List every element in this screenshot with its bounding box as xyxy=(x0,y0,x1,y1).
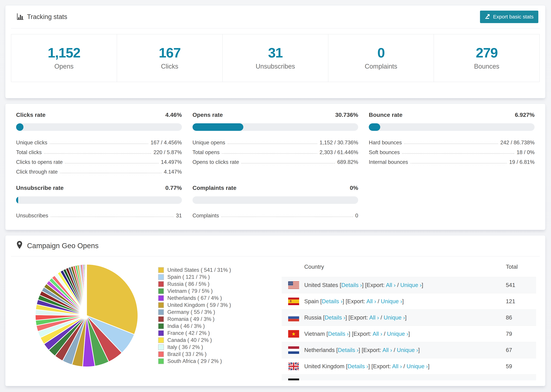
rate-section: Clicks rate 4.46% Unique clicks 167 / 4.… xyxy=(16,112,182,175)
country-cell: United Kingdom [Details ›] [Export: All … xyxy=(304,363,430,370)
details-link[interactable]: Details › xyxy=(341,282,362,288)
export-all-link[interactable]: All › xyxy=(373,331,382,337)
total-cell: 541 xyxy=(506,282,515,288)
total-cell: 86 xyxy=(506,314,512,321)
export-basic-stats-button[interactable]: Export basic stats xyxy=(480,11,538,23)
rate-section: Unsubscribe rate 0.77% Unsubscribes 31 xyxy=(16,185,182,219)
export-all-link[interactable]: All › xyxy=(366,298,376,304)
tracking-stats-title-group: Tracking stats xyxy=(16,13,67,21)
dotted-leader xyxy=(228,143,317,144)
card-title: Tracking stats xyxy=(27,13,67,21)
rate-stat-row: Complaints 0 xyxy=(192,209,358,219)
dotted-leader xyxy=(221,217,353,217)
rate-stat-row: Opens to clicks rate 689.82% xyxy=(192,155,358,165)
rate-progress-bar xyxy=(16,123,182,131)
legend-swatch xyxy=(158,316,164,322)
stat-value: 279 xyxy=(476,46,497,60)
rate-stat-value: 14.497% xyxy=(161,159,182,165)
rate-stat-value: 19 / 6.81% xyxy=(509,159,535,165)
country-cell: United States [Details ›] [Export: All ›… xyxy=(304,282,423,288)
legend-swatch xyxy=(158,309,164,315)
details-link[interactable]: Details › xyxy=(347,363,368,369)
rate-stat-value: 167 / 4.456% xyxy=(151,140,182,146)
stat-value: 0 xyxy=(377,46,385,60)
export-unique-link[interactable]: Unique › xyxy=(407,363,428,369)
rate-stat-label: Soft bounces xyxy=(369,149,400,155)
details-link[interactable]: Details › xyxy=(325,314,345,321)
stat-label: Unsubscribes xyxy=(256,63,295,70)
export-all-link[interactable]: All › xyxy=(382,347,392,353)
stat-label: Opens xyxy=(54,63,74,70)
legend-label: India ( 46 / 3% ) xyxy=(167,323,205,329)
export-all-link[interactable]: All › xyxy=(386,282,396,288)
details-link[interactable]: Details › xyxy=(328,331,349,337)
rate-section: Bounce rate 6.927% Hard bounces 242 / 86… xyxy=(369,112,535,175)
rate-stat-label: Internal bounces xyxy=(369,159,408,165)
geo-header: Campaign Geo Opens xyxy=(11,235,540,257)
dotted-leader xyxy=(402,153,514,154)
legend-swatch xyxy=(158,323,164,329)
legend-label: Vietnam ( 79 / 5% ) xyxy=(167,288,213,294)
export-all-link[interactable]: All › xyxy=(392,363,402,369)
legend-swatch xyxy=(158,351,164,357)
campaign-geo-opens-card: Campaign Geo Opens United States ( 541 /… xyxy=(5,235,545,386)
legend-label: United Kingdom ( 59 / 3% ) xyxy=(167,302,231,308)
rate-stat-value: 2,303 / 61.446% xyxy=(320,149,358,155)
rate-stat-row: Soft bounces 18 / 0% xyxy=(369,146,535,155)
total-cell: 121 xyxy=(506,298,515,305)
legend-item: United States ( 541 / 31% ) xyxy=(158,266,231,273)
legend-item: Germany ( 55 / 3% ) xyxy=(158,308,231,315)
rate-stat-value: 0 xyxy=(355,213,358,219)
stat-label: Clicks xyxy=(161,63,178,70)
legend-item: Canada ( 40 / 2% ) xyxy=(158,336,231,343)
legend-item: Romania ( 49 / 3% ) xyxy=(158,315,231,322)
tracking-stats-header: Tracking stats Export basic stats xyxy=(11,5,540,28)
export-all-link[interactable]: All › xyxy=(369,314,379,321)
legend-label: Russia ( 86 / 5% ) xyxy=(167,281,209,287)
rate-stat-row: Clicks to opens rate 14.497% xyxy=(16,155,182,165)
geo-table-row: Russia [Details ›] [Export: All › / Uniq… xyxy=(282,309,536,326)
geo-pie-chart[interactable] xyxy=(34,263,140,369)
rate-progress-bar xyxy=(192,123,358,131)
rate-progress-fill xyxy=(369,123,380,131)
flag-ru-icon xyxy=(288,314,299,321)
details-link[interactable]: Details › xyxy=(322,298,343,304)
rate-stat-label: Unsubscribes xyxy=(16,213,48,219)
stat-value: 31 xyxy=(268,46,283,60)
export-unique-link[interactable]: Unique › xyxy=(387,331,409,337)
legend-swatch xyxy=(158,288,164,294)
stat-value: 167 xyxy=(159,46,181,60)
rate-stat-row: Hard bounces 242 / 86.738% xyxy=(369,136,535,146)
rate-progress-bar xyxy=(16,196,182,204)
legend-label: Brazil ( 33 / 2% ) xyxy=(167,351,206,357)
rate-stat-value: 31 xyxy=(176,213,182,219)
legend-item: South Africa ( 29 / 2% ) xyxy=(158,358,231,365)
legend-swatch xyxy=(158,295,164,301)
bar-chart-icon xyxy=(16,13,24,21)
legend-swatch xyxy=(158,267,164,273)
rate-value: 4.46% xyxy=(165,112,182,118)
stat-box: 31 Unsubscribes xyxy=(222,34,328,82)
legend-label: Spain ( 121 / 7% ) xyxy=(167,274,210,280)
rate-stat-row: Total clicks 220 / 5.87% xyxy=(16,146,182,155)
rate-progress-bar xyxy=(369,123,535,131)
legend-item: Vietnam ( 79 / 5% ) xyxy=(158,287,231,294)
legend-swatch xyxy=(158,358,164,364)
rate-section: Complaints rate 0% Complaints 0 xyxy=(192,185,358,219)
export-unique-link[interactable]: Unique › xyxy=(381,298,402,304)
details-link[interactable]: Details › xyxy=(338,347,359,353)
dotted-leader xyxy=(241,163,335,163)
geo-table-row: United States [Details ›] [Export: All ›… xyxy=(282,277,536,293)
export-unique-link[interactable]: Unique › xyxy=(400,282,422,288)
legend-item: Italy ( 36 / 2% ) xyxy=(158,343,231,351)
dotted-leader xyxy=(51,217,174,217)
export-unique-link[interactable]: Unique › xyxy=(384,314,405,321)
dotted-leader xyxy=(60,173,162,173)
rate-title: Bounce rate xyxy=(369,112,403,118)
dotted-leader xyxy=(50,143,148,144)
flag-us-icon xyxy=(288,281,299,289)
legend-item: Netherlands ( 67 / 4% ) xyxy=(158,294,231,301)
export-unique-link[interactable]: Unique › xyxy=(397,347,418,353)
geo-table: Country Total United States [Details ›] … xyxy=(282,257,536,380)
rate-title: Unsubscribe rate xyxy=(16,185,64,191)
